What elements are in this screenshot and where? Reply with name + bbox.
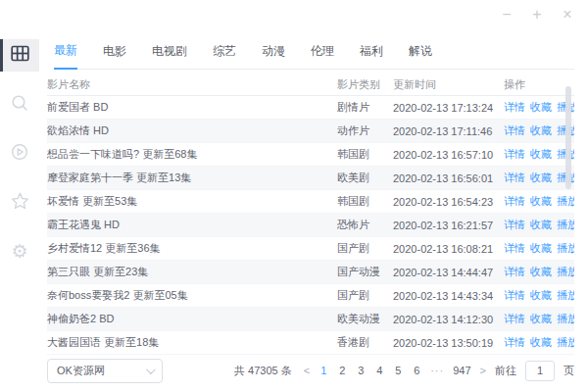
detail-link[interactable]: 详情	[504, 288, 525, 303]
minimize-icon[interactable]: −	[500, 6, 514, 24]
sidebar-item-library[interactable]	[0, 39, 39, 72]
pagination: 共 47305 条 < 123456 ··· 947 > 前往 页	[234, 361, 574, 381]
favorite-link[interactable]: 收藏	[530, 171, 552, 185]
detail-link[interactable]: 详情	[504, 194, 525, 209]
video-library-icon	[11, 45, 29, 66]
goto-page-input[interactable]	[525, 361, 555, 381]
favorite-link[interactable]: 收藏	[530, 241, 552, 256]
movie-category: 国产剧	[337, 241, 393, 256]
detail-link[interactable]: 详情	[504, 218, 525, 232]
tab-伦理[interactable]: 伦理	[311, 43, 334, 69]
detail-link[interactable]: 详情	[504, 123, 525, 138]
total-count-label: 共 47305 条	[234, 364, 292, 378]
play-link[interactable]: 播放	[557, 335, 574, 350]
movie-updated: 2020-02-13 14:44:47	[393, 267, 504, 278]
main-content: 最新电影电视剧综艺动漫伦理福利解说 影片名称 影片类别 更新时间 操作 前爱国者…	[39, 37, 588, 392]
tab-电视剧[interactable]: 电视剧	[152, 43, 187, 69]
table-row: 坏爱情 更新至53集韩国剧2020-02-13 16:54:23详情收藏播放	[47, 190, 574, 214]
table-row: 欲焰浓情 HD动作片2020-02-13 17:11:46详情收藏播放	[47, 120, 574, 143]
detail-link[interactable]: 详情	[504, 100, 525, 115]
search-icon	[11, 94, 28, 116]
detail-link[interactable]: 详情	[504, 147, 525, 162]
favorite-link[interactable]: 收藏	[530, 218, 552, 232]
page-5[interactable]: 5	[393, 365, 403, 376]
row-actions: 详情收藏播放	[504, 100, 574, 115]
play-link[interactable]: 播放	[557, 265, 574, 279]
movie-category: 动作片	[337, 123, 393, 138]
sidebar-item-search[interactable]	[0, 88, 39, 121]
tabs: 最新电影电视剧综艺动漫伦理福利解说	[54, 37, 574, 70]
maximize-icon[interactable]: +	[530, 6, 544, 24]
page-947[interactable]: 947	[453, 365, 470, 376]
play-link[interactable]: 播放	[557, 218, 574, 232]
detail-link[interactable]: 详情	[504, 171, 525, 185]
tab-综艺[interactable]: 综艺	[213, 43, 236, 69]
movie-category: 欧美动漫	[337, 312, 393, 326]
movie-name: 前爱国者 BD	[47, 100, 337, 115]
movie-name: 想品尝一下味道吗? 更新至68集	[47, 147, 337, 162]
source-select-value: OK资源网	[57, 364, 105, 378]
movie-category: 韩国剧	[337, 194, 393, 209]
tab-福利[interactable]: 福利	[360, 43, 383, 69]
detail-link[interactable]: 详情	[504, 335, 525, 350]
table-row: 霸王花遇鬼 HD恐怖片2020-02-13 16:21:57详情收藏播放	[47, 214, 574, 237]
row-actions: 详情收藏播放	[504, 312, 574, 326]
movie-name: 乡村爱情12 更新至36集	[47, 241, 337, 256]
page-4[interactable]: 4	[374, 365, 384, 376]
row-actions: 详情收藏播放	[504, 194, 574, 209]
favorite-link[interactable]: 收藏	[530, 147, 552, 162]
favorite-link[interactable]: 收藏	[530, 194, 552, 209]
favorite-link[interactable]: 收藏	[530, 100, 552, 115]
row-actions: 详情收藏播放	[504, 288, 574, 303]
favorite-link[interactable]: 收藏	[530, 312, 552, 326]
tab-电影[interactable]: 电影	[103, 43, 126, 69]
movie-updated: 2020-02-13 16:57:10	[393, 149, 504, 161]
play-link[interactable]: 播放	[557, 241, 574, 256]
page-ellipsis: ···	[430, 365, 444, 376]
settings-gear-icon: ⚙	[11, 242, 27, 261]
favorite-link[interactable]: 收藏	[530, 335, 552, 350]
table-row: 乡村爱情12 更新至36集国产剧2020-02-13 16:08:21详情收藏播…	[47, 237, 574, 261]
page-1[interactable]: 1	[318, 365, 328, 376]
sidebar: ⚙	[0, 39, 39, 284]
prev-page-icon[interactable]: <	[304, 365, 310, 376]
window-controls: − + ×	[500, 6, 574, 24]
play-link[interactable]: 播放	[557, 312, 574, 326]
tab-最新[interactable]: 最新	[54, 42, 77, 70]
sidebar-item-playing[interactable]	[0, 137, 39, 170]
favorite-link[interactable]: 收藏	[530, 265, 552, 279]
next-page-icon[interactable]: >	[480, 365, 486, 376]
scrollbar-thumb[interactable]	[565, 86, 571, 189]
favorite-link[interactable]: 收藏	[530, 123, 552, 138]
detail-link[interactable]: 详情	[504, 265, 525, 279]
detail-link[interactable]: 详情	[504, 312, 525, 326]
tab-解说[interactable]: 解说	[409, 43, 432, 69]
movie-name: 第三只眼 更新至23集	[47, 265, 337, 279]
close-icon[interactable]: ×	[561, 6, 574, 24]
movie-category: 恐怖片	[337, 218, 393, 232]
movie-category: 国产剧	[337, 288, 393, 303]
movie-updated: 2020-02-13 16:08:21	[393, 243, 504, 255]
movie-category: 剧情片	[337, 100, 393, 115]
page-3[interactable]: 3	[356, 365, 366, 376]
sidebar-item-settings[interactable]: ⚙	[0, 235, 39, 268]
page-6[interactable]: 6	[412, 365, 421, 376]
sidebar-item-favorites[interactable]	[0, 186, 39, 219]
movie-name: 大酱园国语 更新至18集	[47, 335, 337, 350]
table-row: 想品尝一下味道吗? 更新至68集韩国剧2020-02-13 16:57:10详情…	[47, 143, 574, 167]
movie-name: 欲焰浓情 HD	[47, 123, 337, 138]
detail-link[interactable]: 详情	[504, 241, 525, 256]
table-row: 前爱国者 BD剧情片2020-02-13 17:13:24详情收藏播放	[47, 96, 574, 120]
chevron-down-icon	[146, 365, 156, 374]
source-select[interactable]: OK资源网	[47, 359, 163, 383]
movie-updated: 2020-02-13 13:50:19	[393, 337, 504, 349]
tab-动漫[interactable]: 动漫	[262, 43, 285, 69]
favorite-link[interactable]: 收藏	[530, 288, 552, 303]
movie-updated: 2020-02-13 16:54:23	[393, 196, 504, 208]
play-link[interactable]: 播放	[557, 288, 574, 303]
play-link[interactable]: 播放	[557, 194, 574, 209]
table-row: 第三只眼 更新至23集国产动漫2020-02-13 14:44:47详情收藏播放	[47, 261, 574, 284]
page-2[interactable]: 2	[337, 365, 347, 376]
movie-updated: 2020-02-13 14:43:34	[393, 290, 504, 302]
row-actions: 详情收藏播放	[504, 171, 574, 185]
